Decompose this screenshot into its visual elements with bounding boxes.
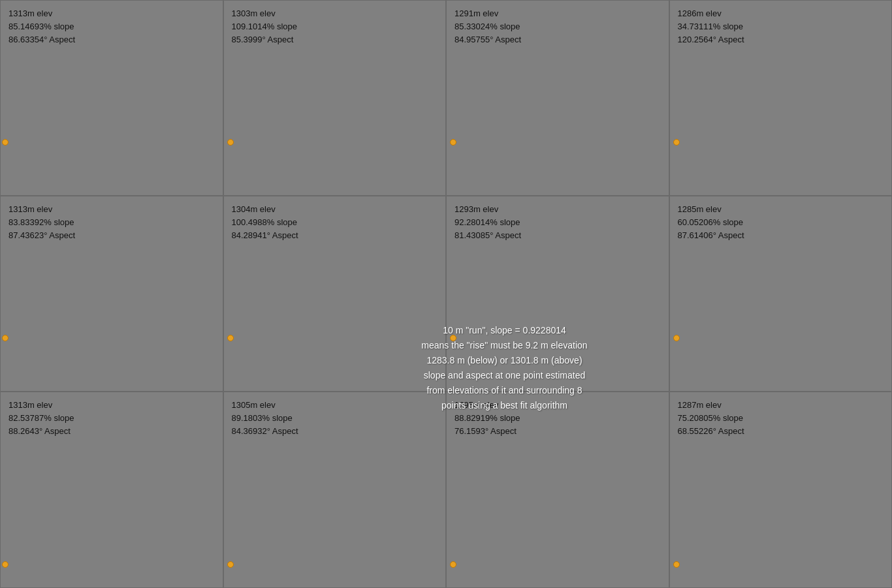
cell-info: 1313m elev 83.83392% slope 87.43623° Asp… — [8, 203, 215, 242]
info-line-4: slope and aspect at one point estimated — [375, 368, 633, 383]
info-line-5: from elevations of it and surrounding 8 — [375, 383, 633, 398]
slope-label: 100.4988% slope — [232, 216, 438, 229]
cell-info: 1286m elev 34.73111% slope 120.2564° Asp… — [678, 7, 884, 46]
elev-label: 1313m elev — [8, 203, 215, 216]
elev-label: 1287m elev — [678, 399, 884, 412]
cell-r3c2: 1305m elev 89.1803% slope 84.36932° Aspe… — [223, 392, 447, 588]
main-view: 1313m elev 85.14693% slope 86.63354° Asp… — [0, 0, 892, 588]
slope-label: 60.05206% slope — [678, 216, 884, 229]
cell-info: 1293m elev 92.28014% slope 81.43085° Asp… — [454, 203, 661, 242]
cell-info: 1304m elev 100.4988% slope 84.28941° Asp… — [232, 203, 438, 242]
elev-label: 1313m elev — [8, 399, 215, 412]
point-marker — [2, 561, 8, 568]
point-marker — [2, 139, 8, 146]
cell-r1c2: 1303m elev 109.1014% slope 85.3999° Aspe… — [223, 0, 447, 196]
point-marker — [2, 335, 8, 341]
aspect-label: 86.63354° Aspect — [8, 33, 215, 46]
slope-label: 83.83392% slope — [8, 216, 215, 229]
elev-label: 1293m elev — [454, 203, 661, 216]
aspect-label: 84.95755° Aspect — [454, 33, 661, 46]
aspect-label: 84.28941° Aspect — [232, 229, 438, 242]
aspect-label: 120.2564° Aspect — [678, 33, 884, 46]
cell-info: 1291m elev 85.33024% slope 84.95755° Asp… — [454, 7, 661, 46]
elev-label: 1304m elev — [232, 203, 438, 216]
point-marker — [227, 335, 234, 341]
aspect-label: 84.36932° Aspect — [232, 425, 438, 438]
cell-r3c3: 1295m elev 88.82919% slope 76.1593° Aspe… — [446, 392, 669, 588]
cell-r1c1: 1313m elev 85.14693% slope 86.63354° Asp… — [0, 0, 223, 196]
elev-label: 1313m elev — [8, 7, 215, 20]
cell-r1c3: 1291m elev 85.33024% slope 84.95755° Asp… — [446, 0, 669, 196]
aspect-label: 81.43085° Aspect — [454, 229, 661, 242]
aspect-label: 85.3999° Aspect — [232, 33, 438, 46]
elev-label: 1303m elev — [232, 7, 438, 20]
slope-label: 109.1014% slope — [232, 20, 438, 33]
cell-info: 1285m elev 60.05206% slope 87.61406° Asp… — [678, 203, 884, 242]
slope-label: 85.33024% slope — [454, 20, 661, 33]
elev-label: 1286m elev — [678, 7, 884, 20]
cell-r3c4: 1287m elev 75.20805% slope 68.55226° Asp… — [669, 392, 893, 588]
cell-r2c4: 1285m elev 60.05206% slope 87.61406° Asp… — [669, 196, 893, 392]
info-line-1: 10 m "run", slope = 0.9228014 — [375, 323, 633, 338]
info-line-2: means the "rise" must be 9.2 m elevation — [375, 338, 633, 353]
cell-info: 1287m elev 75.20805% slope 68.55226° Asp… — [678, 399, 884, 438]
point-marker — [227, 561, 234, 568]
slope-label: 88.82919% slope — [454, 412, 661, 425]
row-3: 1313m elev 82.53787% slope 88.2643° Aspe… — [0, 392, 892, 588]
cell-info: 1313m elev 85.14693% slope 86.63354° Asp… — [8, 7, 215, 46]
cell-r3c1: 1313m elev 82.53787% slope 88.2643° Aspe… — [0, 392, 223, 588]
cell-r1c4: 1286m elev 34.73111% slope 120.2564° Asp… — [669, 0, 893, 196]
point-marker — [227, 139, 234, 146]
aspect-label: 68.55226° Aspect — [678, 425, 884, 438]
slope-label: 89.1803% slope — [232, 412, 438, 425]
info-line-3: 1283.8 m (below) or 1301.8 m (above) — [375, 353, 633, 368]
slope-label: 75.20805% slope — [678, 412, 884, 425]
aspect-label: 87.61406° Aspect — [678, 229, 884, 242]
slope-label: 34.73111% slope — [678, 20, 884, 33]
cell-info: 1313m elev 82.53787% slope 88.2643° Aspe… — [8, 399, 215, 438]
info-line-6: points using a best fit algorithm — [375, 398, 633, 413]
row-1: 1313m elev 85.14693% slope 86.63354° Asp… — [0, 0, 892, 196]
elev-label: 1291m elev — [454, 7, 661, 20]
point-marker — [673, 139, 680, 146]
cell-info: 1303m elev 109.1014% slope 85.3999° Aspe… — [232, 7, 438, 46]
aspect-label: 88.2643° Aspect — [8, 425, 215, 438]
aspect-label: 76.1593° Aspect — [454, 425, 661, 438]
point-marker — [450, 561, 456, 568]
info-box: 10 m "run", slope = 0.9228014 means the … — [375, 323, 633, 414]
point-marker — [673, 561, 680, 568]
point-marker — [673, 335, 680, 341]
elev-label: 1285m elev — [678, 203, 884, 216]
slope-label: 82.53787% slope — [8, 412, 215, 425]
cell-r2c1: 1313m elev 83.83392% slope 87.43623° Asp… — [0, 196, 223, 392]
point-marker — [450, 139, 456, 146]
slope-label: 92.28014% slope — [454, 216, 661, 229]
slope-label: 85.14693% slope — [8, 20, 215, 33]
aspect-label: 87.43623° Aspect — [8, 229, 215, 242]
